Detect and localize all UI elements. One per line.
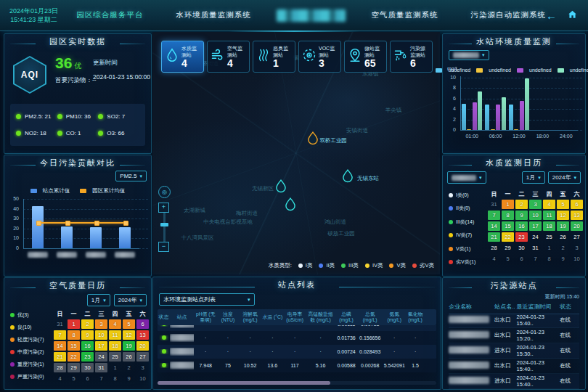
calendar-day[interactable]: 15 xyxy=(68,341,80,351)
calendar-day[interactable]: 30 xyxy=(81,363,94,372)
calendar-day[interactable]: 4 xyxy=(488,254,500,264)
calendar-day[interactable]: 9 xyxy=(515,211,528,220)
calendar-day[interactable]: 23 xyxy=(515,232,528,242)
calendar-day[interactable]: 27 xyxy=(136,352,149,362)
calendar-day[interactable]: 14 xyxy=(54,341,66,351)
table-row[interactable]: 进水口 2024-01-23 15:30.. 在线 xyxy=(449,343,579,359)
calendar-day[interactable]: 21 xyxy=(54,352,66,362)
calendar-day[interactable]: 19 xyxy=(557,221,569,231)
water-station-pin-icon[interactable] xyxy=(285,197,296,214)
calendar-day[interactable]: 5 xyxy=(502,254,514,264)
calendar-day[interactable]: 10 xyxy=(529,211,542,220)
calendar-day[interactable]: 2 xyxy=(515,200,528,209)
calendar-day[interactable]: 21 xyxy=(488,232,500,242)
calendar-day[interactable]: 16 xyxy=(81,341,94,351)
calendar-day[interactable]: 20 xyxy=(136,341,149,351)
nav-air-system[interactable]: 空气质量监测系统 xyxy=(371,10,438,20)
pollutant-select[interactable]: PM2.5▾ xyxy=(115,171,147,181)
calendar-day[interactable]: 13 xyxy=(571,211,583,220)
calendar-day[interactable]: 31 xyxy=(95,363,107,372)
table-row[interactable]: 出水口 2024-01-23 15:20.. 在线 xyxy=(449,328,579,343)
calendar-day[interactable]: 2 xyxy=(123,363,135,372)
table-row[interactable]: ······0.017360.156656·· xyxy=(158,331,436,345)
water-station-pin-icon[interactable] xyxy=(343,169,354,186)
calendar-day[interactable]: 1 xyxy=(109,363,121,372)
calendar-day[interactable]: 24 xyxy=(529,232,542,242)
calendar-day[interactable]: 6 xyxy=(571,200,583,209)
station-filter-wind[interactable]: 空气监测站4 xyxy=(207,41,250,73)
calendar-day[interactable]: 3 xyxy=(529,200,542,209)
nav-water-system[interactable]: 水环境质量监测系统 xyxy=(176,10,251,20)
calendar-day[interactable]: 29 xyxy=(502,243,514,253)
calendar-day[interactable]: 17 xyxy=(95,341,107,351)
calendar-day[interactable]: 31 xyxy=(488,200,500,209)
calendar-day[interactable]: 7 xyxy=(488,211,500,220)
station-filter-odor[interactable]: 恶臭监测站1 xyxy=(253,41,295,73)
calendar-day[interactable]: 29 xyxy=(68,363,80,372)
calendar-day[interactable]: 10 xyxy=(136,374,149,383)
calendar-day[interactable]: 10 xyxy=(95,330,107,340)
calendar-day[interactable]: 15 xyxy=(502,221,514,231)
station-filter-pollution-outlet[interactable]: 污染源监测站6 xyxy=(390,41,433,73)
zoom-in-button[interactable]: + xyxy=(158,203,169,213)
calendar-day[interactable]: 10 xyxy=(571,254,583,264)
calendar-day[interactable]: 1 xyxy=(543,243,555,253)
calendar-day[interactable]: 31 xyxy=(529,243,542,253)
year-select[interactable]: 2024年▾ xyxy=(114,294,147,306)
water-station-pin-icon[interactable] xyxy=(276,179,287,196)
station-list-select[interactable]: 水环境监测站点列表▾ xyxy=(159,293,255,306)
calendar-day[interactable]: 23 xyxy=(81,352,94,362)
table-row[interactable]: 出水口 2024-01-23 15:40.. 在线 xyxy=(449,359,579,374)
calendar-day[interactable]: 5 xyxy=(123,319,135,329)
calendar-day[interactable]: 1 xyxy=(68,319,80,329)
calendar-day[interactable]: 19 xyxy=(123,341,135,351)
calendar-day[interactable]: 14 xyxy=(488,221,500,231)
calendar-day[interactable]: 7 xyxy=(529,254,542,264)
calendar-day[interactable]: 7 xyxy=(95,374,107,383)
table-row[interactable]: ······0.001150.00713·· xyxy=(158,325,436,331)
calendar-day[interactable]: 3 xyxy=(95,319,107,329)
zoom-slider-handle[interactable] xyxy=(160,223,168,226)
nav-pollution-system[interactable]: 污染源自动监测系统 xyxy=(470,10,546,20)
calendar-day[interactable]: 5 xyxy=(557,200,569,209)
calendar-day[interactable]: 22 xyxy=(502,232,514,242)
calendar-day[interactable]: 26 xyxy=(123,352,135,362)
calendar-day[interactable]: 8 xyxy=(543,254,555,264)
back-arrow-icon[interactable]: ← xyxy=(546,10,557,21)
calendar-day[interactable]: 27 xyxy=(571,232,583,242)
station-filter-voc[interactable]: VOC监测站3 xyxy=(298,41,341,73)
scrollbar-thumb[interactable] xyxy=(158,381,330,385)
calendar-day[interactable]: 8 xyxy=(68,330,80,340)
calendar-day[interactable]: 31 xyxy=(54,319,66,329)
calendar-day[interactable]: 7 xyxy=(54,330,66,340)
calendar-day[interactable]: 30 xyxy=(515,243,528,253)
calendar-day[interactable]: 8 xyxy=(109,374,121,383)
calendar-day[interactable]: 22 xyxy=(68,352,80,362)
month-select[interactable]: 1月▾ xyxy=(87,294,110,306)
calendar-day[interactable]: 9 xyxy=(557,254,569,264)
calendar-day[interactable]: 2 xyxy=(557,243,569,253)
calendar-day[interactable]: 24 xyxy=(95,352,107,362)
station-select[interactable]: ▾ xyxy=(447,171,486,184)
table-row[interactable]: ······0.007240.028493·· xyxy=(158,345,436,359)
calendar-day[interactable]: 4 xyxy=(109,319,121,329)
home-icon[interactable] xyxy=(567,9,578,21)
table-row[interactable]: 进水口 2024-01-23 15:40.. 在线 xyxy=(449,374,579,389)
calendar-day[interactable]: 9 xyxy=(123,374,135,383)
table-row[interactable]: 7.9487510.5213.61175.160.005880.002685.5… xyxy=(158,359,436,372)
calendar-day[interactable]: 3 xyxy=(571,243,583,253)
water-station-select[interactable]: ▾ xyxy=(449,50,489,60)
month-select[interactable]: 1月▾ xyxy=(522,171,545,184)
zoom-out-button[interactable]: − xyxy=(158,242,169,252)
calendar-day[interactable]: 25 xyxy=(109,352,121,362)
calendar-day[interactable]: 3 xyxy=(136,363,149,372)
calendar-day[interactable]: 28 xyxy=(54,363,66,372)
calendar-day[interactable]: 6 xyxy=(515,254,528,264)
calendar-day[interactable]: 6 xyxy=(136,319,149,329)
calendar-day[interactable]: 11 xyxy=(543,211,555,220)
calendar-day[interactable]: 9 xyxy=(81,330,94,340)
calendar-day[interactable]: 4 xyxy=(543,200,555,209)
calendar-day[interactable]: 28 xyxy=(488,243,500,253)
calendar-day[interactable]: 8 xyxy=(502,211,514,220)
calendar-day[interactable]: 5 xyxy=(68,374,80,383)
